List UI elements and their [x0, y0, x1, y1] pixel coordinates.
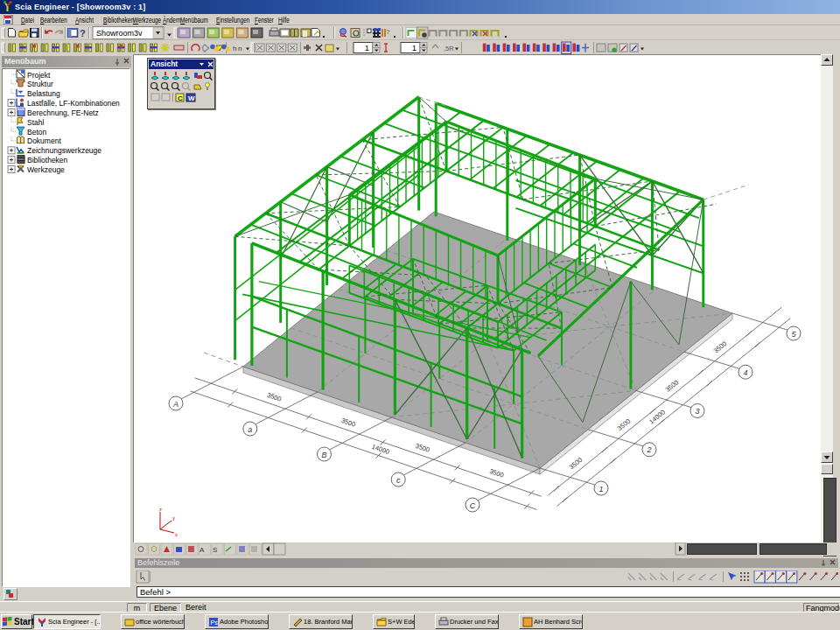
svg-text:14000: 14000: [648, 408, 667, 425]
svg-text:3500: 3500: [488, 467, 505, 480]
svg-text:Zeichnungswerkzeuge: Zeichnungswerkzeuge: [27, 146, 102, 155]
svg-text:1: 1: [365, 43, 369, 52]
svg-text:Bibliotheken: Bibliotheken: [27, 156, 68, 164]
svg-text:4: 4: [743, 368, 747, 377]
svg-text:y: y: [172, 515, 175, 521]
svg-text:1: 1: [598, 485, 603, 494]
svg-text:S: S: [213, 546, 217, 554]
svg-text:W: W: [188, 94, 195, 102]
svg-text:B: B: [321, 451, 326, 459]
svg-text:z: z: [159, 507, 162, 512]
svg-text:Struktur: Struktur: [27, 80, 53, 88]
svg-text:,5R: ,5R: [444, 45, 454, 52]
svg-text:Beton: Beton: [27, 128, 46, 136]
svg-text:Stahl: Stahl: [27, 118, 44, 127]
svg-text:Showroom3v: Showroom3v: [96, 29, 143, 38]
svg-text:n: n: [238, 45, 242, 52]
svg-text:1: 1: [412, 43, 416, 52]
svg-text:Lastfälle, LF-Kombinationen: Lastfälle, LF-Kombinationen: [27, 99, 120, 108]
svg-text:Projekt: Projekt: [27, 71, 51, 80]
svg-text:?: ?: [80, 28, 86, 38]
svg-text:C: C: [470, 501, 476, 510]
svg-text:?: ?: [386, 28, 390, 36]
svg-text:Belastung: Belastung: [27, 89, 60, 98]
svg-text:A: A: [200, 546, 205, 554]
svg-text:h: h: [233, 45, 236, 52]
svg-text:3500: 3500: [415, 442, 431, 454]
svg-text:2: 2: [646, 445, 651, 454]
svg-text:3500: 3500: [266, 391, 283, 403]
svg-text:C: C: [178, 94, 183, 102]
svg-text:Dokument: Dokument: [27, 136, 61, 145]
svg-text:3: 3: [695, 407, 699, 416]
svg-text:Berechnung, FE-Netz: Berechnung, FE-Netz: [27, 108, 99, 117]
svg-text:A: A: [172, 400, 178, 409]
svg-text:Werkzeuge: Werkzeuge: [27, 165, 65, 174]
svg-text:x: x: [175, 532, 178, 537]
svg-text:c: c: [396, 476, 401, 485]
svg-text:3500: 3500: [340, 416, 357, 429]
svg-text:a: a: [248, 425, 252, 434]
svg-text:Ps: Ps: [211, 620, 219, 626]
